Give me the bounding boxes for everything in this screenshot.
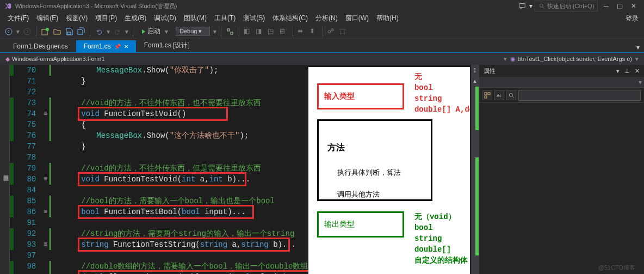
code-line[interactable]: //double数组的方法，需要输入一个bool，输出一个double数组	[51, 261, 308, 272]
feedback-dropdown[interactable]: ▾	[529, 2, 532, 10]
menu-help[interactable]: 帮助(H)	[373, 13, 402, 24]
tab-designer[interactable]: Form1.Designer.cs	[5, 40, 76, 52]
pin-icon[interactable]: 📌	[114, 44, 121, 50]
code-line[interactable]	[51, 185, 308, 196]
code-line[interactable]: void FunctionTestVoid()	[51, 108, 308, 119]
fold-toggle[interactable]	[41, 261, 49, 272]
panel-pin-icon[interactable]: ⊥	[624, 68, 630, 74]
menu-arch[interactable]: 体系结构(C)	[269, 13, 311, 24]
fold-toggle[interactable]: ⊞	[41, 239, 49, 250]
code-line[interactable]: //void的方法，不往外传东西，也不需要往里放东西	[51, 98, 308, 108]
menu-edit[interactable]: 编辑(E)	[33, 13, 61, 24]
close-button[interactable]: ✕	[628, 2, 640, 10]
prop-categorized-icon[interactable]	[482, 90, 492, 100]
menu-view[interactable]: 视图(V)	[63, 13, 91, 24]
fold-toggle[interactable]	[41, 185, 49, 196]
undo-icon[interactable]	[95, 27, 103, 36]
code-line[interactable]	[51, 250, 308, 261]
code-line[interactable]	[51, 217, 308, 228]
tabs-overflow[interactable]: ▾	[632, 42, 644, 52]
fold-toggle[interactable]	[41, 65, 49, 76]
editor-overview-ruler[interactable]: ↕ ▴	[471, 65, 479, 274]
crumb-method[interactable]: ◉ btnTest1_Click(object sender, EventArg…	[510, 56, 632, 63]
fold-toggle[interactable]	[41, 130, 49, 141]
prop-search-input[interactable]	[518, 90, 641, 101]
prop-object-dropdown[interactable]: ▾	[639, 78, 642, 86]
open-file-icon[interactable]	[53, 27, 61, 36]
config-selector[interactable]: Debug ▾	[176, 27, 210, 36]
fold-toggle[interactable]	[41, 228, 49, 239]
sidebar-server-explorer[interactable]: 服务器资源管理器	[0, 65, 10, 274]
tab-code[interactable]: Form1.cs📌✕	[76, 40, 136, 52]
fold-toggle[interactable]: ⊞	[41, 174, 49, 185]
code-line[interactable]: MessageBox.Show("你双击了");	[51, 65, 308, 76]
tb-ico-6[interactable]: ⬍	[309, 27, 318, 36]
code-line[interactable]: //void的方法，不往外传东西，但是需要往里放东西	[51, 163, 308, 174]
prop-search-icon[interactable]	[506, 90, 516, 100]
save-all-icon[interactable]	[77, 27, 85, 36]
minimize-button[interactable]: ─	[600, 2, 612, 10]
nav-back-icon[interactable]	[4, 27, 13, 36]
fold-toggle[interactable]	[41, 87, 49, 98]
fold-toggle[interactable]	[41, 76, 49, 87]
code-line[interactable]: string FunctionTestString(string a,strin…	[51, 239, 308, 250]
quick-launch-input[interactable]: 快速启动 (Ctrl+Q)	[535, 1, 598, 11]
fold-toggle[interactable]	[41, 141, 49, 152]
tb-ico-4[interactable]: ⊟	[280, 27, 288, 36]
fold-toggle[interactable]	[41, 119, 49, 130]
menu-test[interactable]: 测试(S)	[240, 13, 268, 24]
code-line[interactable]: //string的方法，需要两个string的输入，输出一个string	[51, 228, 308, 239]
code-line[interactable]	[51, 152, 308, 163]
fold-toggle[interactable]	[41, 196, 49, 206]
new-project-icon[interactable]	[41, 27, 49, 36]
code-editor[interactable]: 7071727374757677787980848586919293979899…	[10, 65, 479, 274]
fold-toggle[interactable]	[41, 163, 49, 174]
redo-icon[interactable]	[113, 27, 122, 36]
code-line[interactable]: double[] FunctionTestdoubleArray(bool If…	[51, 272, 308, 274]
tb-ico-5[interactable]: ⬌	[298, 27, 306, 36]
tb-ico-7[interactable]: ☍	[327, 27, 336, 36]
prop-alpha-icon[interactable]: A↓	[494, 90, 504, 100]
code-line[interactable]: }	[51, 141, 308, 152]
process-icon[interactable]	[226, 27, 234, 36]
fold-toggle[interactable]	[41, 217, 49, 228]
menu-tools[interactable]: 工具(T)	[211, 13, 239, 24]
code-line[interactable]: }	[51, 76, 308, 87]
start-button[interactable]: 启动▾	[138, 26, 172, 37]
menu-project[interactable]: 项目(P)	[92, 13, 120, 24]
code-line[interactable]: void FunctionTestVoid(int a,int b)...	[51, 174, 308, 185]
fold-toggle[interactable]: ⊞	[41, 206, 49, 217]
fold-toggle[interactable]	[41, 152, 49, 163]
menu-file[interactable]: 文件(F)	[4, 13, 32, 24]
nav-fwd-icon[interactable]	[23, 27, 32, 36]
code-line[interactable]	[51, 87, 308, 98]
crumb-class[interactable]: ◆ WindowsFormsApplication3.Form1	[5, 56, 105, 63]
close-icon[interactable]: ✕	[124, 44, 128, 50]
menu-analyze[interactable]: 分析(N)	[312, 13, 341, 24]
fold-toggle[interactable]	[41, 250, 49, 261]
save-icon[interactable]	[65, 27, 73, 36]
menu-window[interactable]: 窗口(W)	[342, 13, 372, 24]
menu-build[interactable]: 生成(B)	[121, 13, 150, 24]
tb-ico-3[interactable]: ◳	[268, 27, 276, 36]
tb-ico-8[interactable]: ⬚	[339, 27, 348, 36]
fold-toggle[interactable]: ⊞	[41, 272, 49, 274]
fold-toggle[interactable]	[41, 98, 49, 108]
tb-ico-1[interactable]: ◧	[244, 27, 252, 36]
feedback-icon[interactable]	[518, 2, 526, 10]
menu-debug[interactable]: 调试(D)	[151, 13, 179, 24]
fold-toggle[interactable]: ⊞	[41, 108, 49, 119]
tb-ico-2[interactable]: ◨	[256, 27, 264, 36]
panel-dropdown-icon[interactable]: ▾	[616, 68, 620, 74]
menu-team[interactable]: 团队(M)	[181, 13, 210, 24]
tab-design[interactable]: Form1.cs [设计]	[137, 39, 197, 52]
code-line[interactable]: bool FunctionTestBool(bool input)...	[51, 206, 308, 217]
login-link[interactable]: 登录	[626, 14, 639, 23]
scroll-up-icon[interactable]: ▴	[471, 76, 479, 87]
panel-close-icon[interactable]: ✕	[635, 68, 640, 74]
maximize-button[interactable]: ▢	[614, 2, 626, 10]
code-line[interactable]: //bool的方法，需要输入一个bool，输出也是一个bool	[51, 196, 308, 206]
code-line[interactable]: MessageBox.Show("这个方法啥也不干");	[51, 130, 308, 141]
split-icon[interactable]: ↕	[471, 65, 479, 76]
code-line[interactable]: {	[51, 119, 308, 130]
